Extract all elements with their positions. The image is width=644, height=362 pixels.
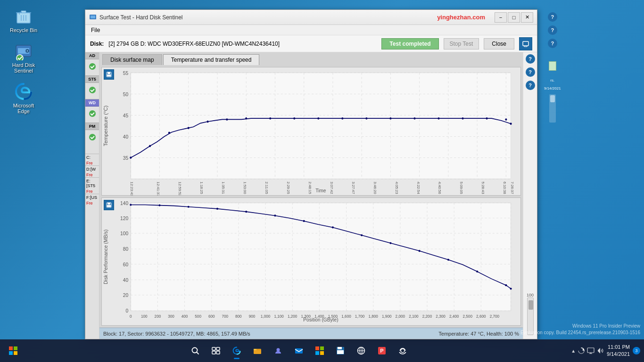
language-button[interactable] xyxy=(352,341,371,360)
disk-action-button[interactable] xyxy=(519,37,532,50)
svg-point-51 xyxy=(293,117,295,120)
performance-save-button[interactable] xyxy=(104,200,114,210)
network-button[interactable] xyxy=(393,341,412,360)
svg-point-124 xyxy=(303,220,305,222)
svg-point-50 xyxy=(269,117,271,120)
temperature-chart-panel: 55 50 45 40 35 Temperature (°C) xyxy=(101,67,521,196)
svg-rect-14 xyxy=(107,72,110,74)
svg-point-123 xyxy=(274,214,276,216)
outer-help-3[interactable]: ? xyxy=(548,39,557,48)
svg-text:100: 100 xyxy=(141,314,148,318)
svg-point-56 xyxy=(413,117,415,120)
svg-text:1,500: 1,500 xyxy=(328,314,338,318)
svg-text:40: 40 xyxy=(123,134,128,140)
microsoft-edge-label: Microsoft Edge xyxy=(7,103,41,114)
tray-chevron[interactable]: ▲ xyxy=(571,348,576,354)
taskbar-left xyxy=(4,341,23,360)
search-taskbar-button[interactable] xyxy=(186,341,205,360)
maximize-button[interactable]: □ xyxy=(508,12,520,23)
taskbar-time[interactable]: 11:01 PM 9/14/2021 xyxy=(607,344,630,358)
svg-rect-164 xyxy=(9,351,13,355)
status-left: Block: 17, Sector: 9963632 - 10549727, M… xyxy=(103,331,250,337)
hard-disk-sentinel-icon[interactable]: Hard Disk Sentinel xyxy=(5,40,42,75)
outer-help-1[interactable]: ? xyxy=(548,12,557,22)
svg-text:2:48:15 PM: 2:48:15 PM xyxy=(308,181,312,195)
svg-text:4:40:56 PM: 4:40:56 PM xyxy=(438,181,442,195)
svg-rect-175 xyxy=(295,348,303,354)
help-button-2[interactable]: ? xyxy=(526,67,535,77)
taskbar-right: ▲ xyxy=(571,344,640,358)
tab-temperature-transfer[interactable]: Temperature and transfer speed xyxy=(163,54,260,65)
help-button-3[interactable]: ? xyxy=(526,81,535,90)
recycle-bin-image xyxy=(14,7,33,25)
disk-name: [2] 2794 GB D: WDC WD30EFRX-68EUZN0 [WD-… xyxy=(108,41,377,47)
app-icon xyxy=(89,14,97,21)
stop-test-button[interactable]: Stop Test xyxy=(444,38,479,49)
close-button[interactable]: Close xyxy=(484,38,514,49)
teams-button[interactable] xyxy=(269,341,288,360)
svg-text:2,000: 2,000 xyxy=(396,314,405,318)
store-button[interactable] xyxy=(310,341,329,360)
file-explorer-button[interactable] xyxy=(248,341,267,360)
svg-text:1,900: 1,900 xyxy=(382,314,392,318)
svg-rect-179 xyxy=(320,351,324,355)
tab-disk-surface-map[interactable]: Disk surface map xyxy=(102,54,162,65)
mail-button[interactable] xyxy=(289,341,308,360)
microsoft-edge-icon[interactable]: Microsoft Edge xyxy=(5,80,42,116)
main-content: AD ST5 WD PM C: Fre D:[W Fre xyxy=(85,52,537,339)
svg-rect-7 xyxy=(91,16,95,18)
title-bar: Surface Test - Hard Disk Sentinel yinghe… xyxy=(85,10,537,25)
edge-taskbar-button[interactable] xyxy=(227,341,246,360)
photos-button[interactable] xyxy=(331,341,350,360)
svg-text:1,600: 1,600 xyxy=(341,314,351,318)
svg-text:1:53:00 PM: 1:53:00 PM xyxy=(243,181,247,195)
sidebar-pm-label: PM xyxy=(85,123,99,130)
svg-rect-168 xyxy=(212,347,215,350)
svg-text:800: 800 xyxy=(235,314,242,318)
svg-point-129 xyxy=(447,259,449,261)
notification-badge[interactable]: 3 xyxy=(633,347,640,354)
svg-rect-178 xyxy=(315,351,319,355)
recycle-bin-icon[interactable]: Recycle Bin xyxy=(5,5,42,35)
outer-help-2[interactable]: ? xyxy=(548,25,557,35)
svg-text:20: 20 xyxy=(123,293,129,298)
svg-text:Temperature (°C): Temperature (°C) xyxy=(103,106,108,147)
start-button[interactable] xyxy=(4,341,23,360)
svg-text:7:26:37 PM: 7:26:37 PM xyxy=(510,181,514,195)
minimize-button[interactable]: − xyxy=(495,12,507,23)
svg-point-47 xyxy=(207,121,209,123)
side-scroll-thumb[interactable] xyxy=(550,95,555,102)
build-detail: Evaluation copy. Build 22454.rs_prerelea… xyxy=(520,329,640,336)
svg-point-58 xyxy=(462,117,463,120)
side-scrollbar[interactable] xyxy=(549,94,556,123)
paint-button[interactable]: P xyxy=(372,341,391,360)
task-view-button[interactable] xyxy=(206,341,225,360)
svg-text:12:23:41 PM: 12:23:41 PM xyxy=(130,181,134,195)
svg-text:4:05:23 PM: 4:05:23 PM xyxy=(395,181,399,195)
svg-point-60 xyxy=(505,118,507,121)
svg-text:2,600: 2,600 xyxy=(476,314,486,318)
svg-point-127 xyxy=(389,242,391,244)
file-menu[interactable]: File xyxy=(87,26,104,34)
menu-bar: File xyxy=(85,25,537,35)
svg-text:Disk Performance (MB/s): Disk Performance (MB/s) xyxy=(103,229,108,284)
temperature-save-button[interactable] xyxy=(104,69,114,80)
svg-text:35: 35 xyxy=(123,155,128,161)
clock-date: 9/14/2021 xyxy=(607,351,630,358)
scroll-thumb[interactable] xyxy=(528,300,533,310)
svg-point-174 xyxy=(276,348,280,352)
svg-text:6:10:38 PM: 6:10:38 PM xyxy=(503,181,507,195)
svg-point-48 xyxy=(226,118,228,121)
sidebar-d-free: Fre xyxy=(85,173,99,177)
svg-text:400: 400 xyxy=(182,314,188,318)
sidebar-c-label: C: xyxy=(85,154,99,161)
tabs-content: Disk surface map Temperature and transfe… xyxy=(99,52,523,339)
svg-point-119 xyxy=(158,204,160,206)
svg-rect-84 xyxy=(107,205,111,207)
help-button-1[interactable]: ? xyxy=(526,54,535,64)
svg-rect-177 xyxy=(320,346,324,350)
close-window-button[interactable]: ✕ xyxy=(521,12,533,23)
svg-point-46 xyxy=(188,127,190,129)
svg-point-49 xyxy=(245,117,247,120)
test-completed-button[interactable]: Test completed xyxy=(381,38,438,49)
